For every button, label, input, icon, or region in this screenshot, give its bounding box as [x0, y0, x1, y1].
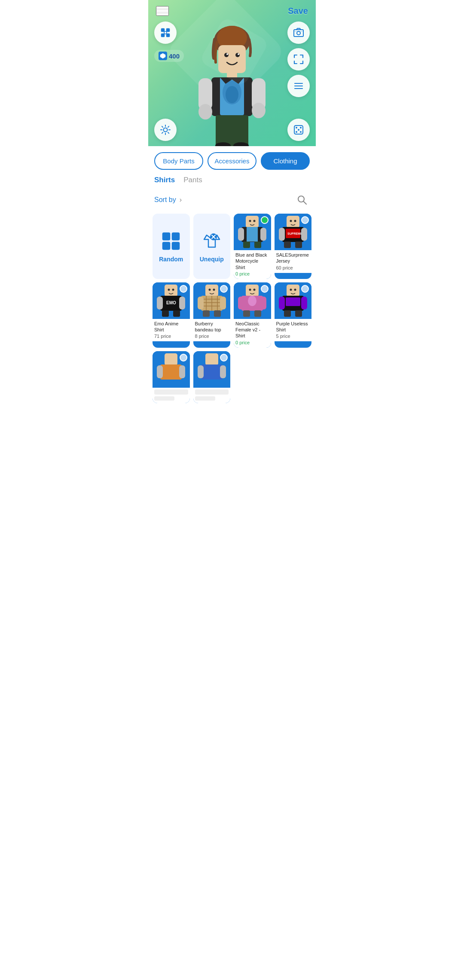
svg-rect-96: [260, 297, 266, 309]
svg-rect-97: [243, 310, 250, 317]
svg-point-16: [226, 53, 228, 55]
save-button[interactable]: Save: [288, 6, 308, 16]
svg-point-37: [300, 131, 302, 133]
avatar-bottom-controls: [154, 119, 310, 141]
category-tabs: Body Parts Accessories Clothing: [148, 146, 316, 173]
selection-indicator: [301, 285, 309, 293]
item-info: Burberry bandeau top 8 price: [193, 319, 231, 342]
expand-button[interactable]: [287, 48, 310, 70]
sort-by-text: Sort by: [154, 196, 176, 204]
item-placeholder-10[interactable]: [193, 351, 231, 403]
svg-point-4: [164, 31, 167, 34]
svg-point-25: [198, 104, 212, 119]
robux-icon: [159, 52, 167, 60]
svg-rect-18: [227, 72, 237, 78]
svg-rect-108: [165, 353, 177, 365]
svg-point-50: [253, 220, 256, 222]
svg-rect-48: [246, 216, 259, 228]
item-info: Blue and Black Motorcycle Shirt 0 price: [234, 250, 271, 279]
svg-rect-95: [238, 297, 244, 309]
svg-rect-66: [295, 242, 302, 248]
svg-rect-57: [287, 216, 299, 228]
svg-rect-86: [198, 297, 204, 309]
svg-rect-43: [162, 242, 170, 250]
settings-icon: [159, 124, 171, 136]
item-blue-black-moto[interactable]: Blue and Black Motorcycle Shirt 0 price: [234, 214, 271, 279]
item-price: [154, 396, 174, 401]
svg-rect-74: [162, 310, 169, 317]
svg-rect-87: [220, 297, 226, 309]
dice-button[interactable]: [287, 119, 310, 141]
svg-point-78: [213, 288, 215, 291]
menu-button[interactable]: [156, 6, 169, 16]
item-info: Emo Anime Shirt 71 price: [153, 319, 190, 342]
item-price: 8 price: [195, 334, 229, 339]
item-info: [193, 388, 231, 403]
item-price: 0 price: [235, 271, 269, 276]
svg-point-36: [296, 131, 297, 133]
svg-rect-104: [279, 297, 285, 309]
svg-rect-107: [295, 310, 302, 317]
robux-symbol-icon: [160, 53, 166, 59]
list-icon: [293, 80, 305, 92]
svg-rect-110: [157, 365, 163, 378]
item-info: SALESurpreme Jersey 60 price: [275, 250, 312, 273]
item-name: [195, 389, 229, 395]
item-price: [195, 396, 215, 401]
svg-rect-103: [286, 297, 300, 306]
svg-rect-99: [287, 285, 299, 297]
svg-point-22: [226, 86, 238, 103]
item-name: SALESurpreme Jersey: [276, 252, 310, 264]
category-tab-body-parts[interactable]: Body Parts: [154, 152, 203, 170]
svg-rect-2: [161, 34, 165, 37]
item-random[interactable]: Random: [153, 214, 190, 279]
svg-rect-90: [246, 285, 259, 297]
settings-button[interactable]: [154, 119, 177, 141]
expand-icon: [293, 53, 305, 65]
svg-rect-111: [179, 365, 185, 378]
category-tab-accessories[interactable]: Accessories: [208, 152, 256, 170]
random-label: Random: [159, 256, 183, 263]
item-neoclassic[interactable]: NeoClassic Female v2 - Shirt 0 price: [234, 282, 271, 348]
category-tab-clothing[interactable]: Clothing: [261, 152, 310, 170]
item-name: Blue and Black Motorcycle Shirt: [235, 252, 269, 270]
item-emo-anime[interactable]: EMO Emo Anime Shirt 71 price: [153, 282, 190, 348]
svg-marker-5: [160, 53, 165, 58]
svg-point-38: [298, 129, 299, 131]
random-icon: [160, 230, 182, 252]
svg-point-58: [290, 220, 292, 222]
svg-point-59: [294, 220, 296, 222]
selection-indicator: [261, 216, 269, 224]
item-name: [154, 389, 188, 395]
photo-button[interactable]: [287, 21, 310, 44]
svg-rect-109: [160, 364, 182, 380]
svg-rect-63: [279, 228, 285, 241]
item-price: 0 price: [235, 340, 269, 345]
search-button[interactable]: [294, 192, 310, 208]
item-placeholder-9[interactable]: [153, 351, 190, 403]
svg-rect-3: [166, 34, 170, 37]
tab-shirts[interactable]: Shirts: [154, 176, 175, 187]
svg-rect-0: [161, 28, 165, 32]
item-price: 71 price: [154, 334, 188, 339]
item-unequip[interactable]: Unequip: [193, 214, 231, 279]
sort-label[interactable]: Sort by ›: [154, 196, 182, 204]
customize-button[interactable]: [154, 21, 177, 44]
item-purple-useless[interactable]: Purple Useless Shirt 5 price: [275, 282, 312, 348]
list-button[interactable]: [287, 75, 310, 97]
selection-indicator: [180, 354, 187, 361]
item-burberry[interactable]: Burberry bandeau top 8 price: [193, 282, 231, 348]
svg-rect-54: [260, 228, 266, 241]
items-grid: Random Unequip: [148, 211, 316, 407]
svg-rect-13: [218, 45, 246, 73]
svg-rect-52: [247, 227, 258, 242]
item-sale-supreme[interactable]: SUPREME SALESurpreme Jersey 60 price: [275, 214, 312, 279]
svg-point-17: [238, 53, 239, 55]
svg-text:EMO: EMO: [166, 300, 176, 305]
svg-point-11: [214, 26, 250, 56]
item-name: NeoClassic Female v2 - Shirt: [235, 321, 269, 339]
tab-pants[interactable]: Pants: [183, 176, 202, 187]
svg-rect-112: [205, 353, 218, 365]
svg-rect-115: [220, 365, 226, 378]
svg-rect-56: [254, 242, 261, 248]
